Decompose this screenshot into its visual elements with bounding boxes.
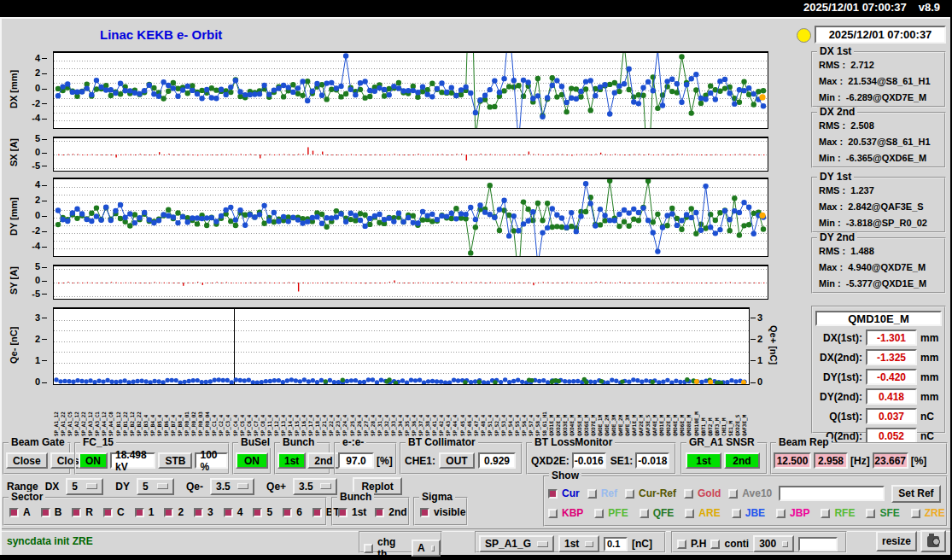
- range-dy-dropdown[interactable]: 5: [137, 478, 174, 495]
- snsr-1st-button[interactable]: 1st: [686, 452, 721, 469]
- show-toggle-rfe-checkbox[interactable]: [821, 509, 830, 518]
- ref-file-input[interactable]: [779, 486, 885, 501]
- sector-toggle-r-checkbox[interactable]: [72, 508, 81, 517]
- linac-orbit-app: { "titlebar": {"datetime": "2025/12/01 0…: [0, 0, 952, 560]
- sector-toggle-1[interactable]: 1: [135, 506, 155, 518]
- sector-toggle-b-checkbox[interactable]: [41, 508, 50, 517]
- threshold-input[interactable]: [604, 537, 628, 551]
- x-axis-label: QWDE_1M: [597, 385, 604, 436]
- fc15-on-button[interactable]: ON: [79, 452, 108, 469]
- show-toggle-ave10-checkbox[interactable]: [728, 489, 738, 499]
- sector-toggle-1-checkbox[interactable]: [135, 508, 144, 517]
- y-tick-label: 0: [751, 376, 773, 388]
- snapshot-button[interactable]: [920, 530, 946, 552]
- charge-plot[interactable]: [53, 307, 750, 385]
- sector-toggle-4[interactable]: 4: [224, 506, 243, 518]
- y-tick-label: -5: [25, 160, 47, 172]
- conti-checkbox[interactable]: [710, 540, 720, 549]
- x-axis-label: QAF4E_M: [651, 385, 658, 436]
- sigma-visible-toggle[interactable]: visible: [420, 506, 465, 518]
- show-toggle-zre[interactable]: ZRE: [911, 507, 945, 519]
- sector-toggle-6[interactable]: 6: [283, 506, 302, 518]
- show-toggle-gold[interactable]: Gold: [684, 487, 721, 499]
- sector-toggle-a-checkbox[interactable]: [9, 508, 19, 517]
- sigma-visible-checkbox[interactable]: [420, 508, 429, 517]
- show-toggle-are[interactable]: ARE: [685, 507, 720, 519]
- range-qem-dropdown[interactable]: 3.5: [210, 478, 254, 495]
- sx-sigma-plot[interactable]: [53, 137, 768, 172]
- range-dx-dropdown[interactable]: 5: [66, 478, 103, 495]
- show-toggle-jbe[interactable]: JBE: [732, 507, 765, 519]
- fc15-stb-button[interactable]: STB: [158, 452, 192, 469]
- dy-orbit-plot[interactable]: [53, 178, 768, 257]
- che1-out-button[interactable]: OUT: [439, 452, 475, 469]
- resize-button[interactable]: resize: [876, 531, 917, 551]
- busel-on-button[interactable]: ON: [236, 452, 268, 469]
- sector-toggle-2-checkbox[interactable]: [164, 508, 173, 517]
- sector-toggle-a-label: A: [23, 506, 31, 518]
- y-tick-label: 4: [25, 53, 47, 64]
- show-toggle-sfe-checkbox[interactable]: [866, 509, 875, 518]
- show-toggle-cur-checkbox[interactable]: [548, 489, 558, 499]
- sector-toggle-r[interactable]: R: [72, 506, 93, 518]
- show-toggle-zre-checkbox[interactable]: [911, 509, 920, 518]
- show-toggle-jbp[interactable]: JBP: [776, 507, 809, 519]
- set-ref-button[interactable]: Set Ref: [891, 485, 940, 503]
- show-toggle-are-checkbox[interactable]: [685, 509, 694, 518]
- sector-toggle-bt-checkbox[interactable]: [312, 508, 322, 517]
- show-toggle-cur-ref-checkbox[interactable]: [625, 489, 634, 499]
- show-toggle-jbe-checkbox[interactable]: [732, 509, 741, 518]
- x-axis-label: QBT1_M: [700, 385, 707, 436]
- bunch-view-toggle-1st-checkbox[interactable]: [338, 508, 348, 517]
- sector-toggle-a[interactable]: A: [9, 506, 31, 518]
- y-tick-label: 0: [25, 210, 47, 221]
- sector-toggle-5-checkbox[interactable]: [253, 508, 262, 517]
- sector-toggle-c[interactable]: C: [103, 506, 125, 518]
- dx-orbit-plot[interactable]: [53, 51, 768, 129]
- titlebar-datetime: 2025/12/01 07:00:37: [803, 1, 907, 14]
- show-toggle-qfe-checkbox[interactable]: [640, 509, 649, 518]
- sector-toggle-3-checkbox[interactable]: [194, 508, 203, 517]
- bunch-1st-button[interactable]: 1st: [277, 452, 306, 469]
- show-toggle-ref-checkbox[interactable]: [587, 489, 597, 499]
- chg-th-dropdown[interactable]: A: [412, 540, 441, 557]
- bunch-view-toggle-2nd-checkbox[interactable]: [375, 508, 384, 517]
- sector-toggle-b[interactable]: B: [41, 506, 62, 518]
- show-toggle-cur[interactable]: Cur: [548, 487, 580, 499]
- ee-ratio-group: e-:e- 97.0 [%]: [334, 442, 397, 475]
- bunch-select-dropdown[interactable]: 1st: [558, 535, 599, 552]
- sector-toggle-3[interactable]: 3: [194, 506, 213, 518]
- interval-dropdown[interactable]: 300: [753, 535, 794, 552]
- extra-input[interactable]: [798, 537, 838, 551]
- ph-checkbox[interactable]: [677, 540, 686, 549]
- show-toggle-rfe[interactable]: RFE: [821, 507, 855, 519]
- show-toggle-ref[interactable]: Ref: [587, 487, 617, 499]
- show-toggle-pfe[interactable]: PFE: [594, 507, 628, 519]
- sector-toggle-6-checkbox[interactable]: [283, 508, 292, 517]
- beam-gate-close-1-button[interactable]: Close: [6, 452, 48, 469]
- show-toggle-pfe-checkbox[interactable]: [594, 509, 604, 518]
- y-tick-label: 2: [25, 334, 47, 345]
- range-qep-dropdown[interactable]: 3.5: [293, 478, 337, 495]
- show-toggle-jbp-label: JBP: [790, 507, 809, 519]
- show-toggle-ave10[interactable]: Ave10: [728, 487, 772, 499]
- bunch-view-toggle-2nd[interactable]: 2nd: [375, 506, 406, 518]
- show-toggle-jbp-checkbox[interactable]: [776, 509, 786, 518]
- show-toggle-qfe[interactable]: QFE: [640, 507, 675, 519]
- show-toggle-cur-ref[interactable]: Cur-Ref: [625, 487, 676, 499]
- chg-th-checkbox[interactable]: [364, 544, 373, 553]
- sector-toggle-c-checkbox[interactable]: [103, 508, 113, 517]
- sector-toggle-2[interactable]: 2: [164, 506, 184, 518]
- snsr-2nd-button[interactable]: 2nd: [724, 452, 760, 469]
- x-axis-label: SP_53_4: [500, 385, 507, 436]
- show-toggle-sfe[interactable]: SFE: [866, 507, 899, 519]
- bunch-view-toggle-1st[interactable]: 1st: [338, 506, 366, 518]
- show-toggle-kbp[interactable]: KBP: [548, 507, 583, 519]
- show-toggle-kbp-checkbox[interactable]: [548, 509, 558, 518]
- stats-dx-2nd-title: DX 2nd: [817, 107, 857, 118]
- show-toggle-gold-checkbox[interactable]: [684, 489, 693, 499]
- sp-select-dropdown[interactable]: SP_A1_G: [479, 535, 554, 552]
- sector-toggle-4-checkbox[interactable]: [224, 508, 233, 517]
- sy-sigma-plot[interactable]: [53, 265, 768, 300]
- sector-toggle-5[interactable]: 5: [253, 506, 272, 518]
